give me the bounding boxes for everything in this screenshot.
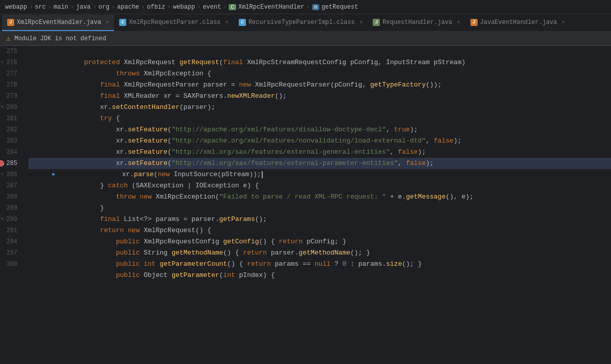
line-num-275: 275	[0, 46, 21, 57]
tab-xmlrpcrequestparser[interactable]: C XmlRpcRequestParser.class ×	[114, 15, 234, 31]
java-icon: J	[373, 19, 380, 26]
breadcrumb-bar: webapp › src › main › java › org › apach…	[0, 0, 611, 14]
tab-requesthandler[interactable]: J RequestHandler.java ×	[368, 15, 465, 31]
breadcrumb-ofbiz[interactable]: ofbiz	[147, 4, 165, 11]
tab-close-button[interactable]: ×	[457, 19, 460, 25]
code-editor[interactable]: protected XmlRpcRequest getRequest(final…	[26, 46, 611, 363]
fold-icon[interactable]: ▾	[0, 172, 4, 178]
class-icon: C	[229, 4, 236, 10]
line-num-280: ▾ 280	[0, 102, 21, 113]
line-num-281: 281	[0, 113, 21, 124]
breadcrumb-apache[interactable]: apache	[117, 4, 139, 11]
tab-javaeventhandler[interactable]: J JavaEventHandler.java ×	[465, 15, 570, 31]
tab-close-button[interactable]: ×	[562, 19, 565, 25]
line-num-276: ▾ 276	[0, 57, 21, 68]
line-num-289: 289	[0, 203, 21, 214]
line-num-290: ▾ 290	[0, 214, 21, 225]
warning-icon: ⚠	[6, 34, 10, 43]
tab-recursivetypeparser[interactable]: C RecursiveTypeParserImpl.class ×	[234, 15, 368, 31]
tab-label: XmlRpcEventHandler.java	[17, 19, 101, 26]
line-num-291: 291	[0, 225, 21, 236]
line-numbers: 275 ▾ 276 277 278 279 ▾ 280 281 282 283 …	[0, 46, 26, 363]
tab-label: RecursiveTypeParserImpl.class	[248, 19, 355, 26]
code-area: 275 ▾ 276 277 278 279 ▾ 280 281 282 283 …	[0, 46, 611, 363]
line-num-277: 277	[0, 68, 21, 79]
fold-icon[interactable]: ▾	[0, 104, 4, 110]
tab-label: XmlRpcRequestParser.class	[129, 19, 220, 26]
line-num-286: ▾ 286	[0, 169, 21, 180]
line-num-285: 285	[0, 158, 21, 169]
breadcrumb-webapp2[interactable]: webapp	[173, 4, 195, 11]
line-num-284: 284	[0, 147, 21, 158]
class-icon: C	[239, 19, 246, 26]
tab-label: RequestHandler.java	[382, 19, 452, 26]
java-icon: J	[470, 19, 478, 26]
code-line-275: protected XmlRpcRequest getRequest(final…	[29, 46, 611, 57]
line-num-300: 300	[0, 259, 21, 270]
line-num-279: 279	[0, 91, 21, 102]
method-icon: m	[312, 4, 320, 10]
code-line-289: final List<?> params = parser.getParams(…	[29, 203, 611, 214]
tab-close-button[interactable]: ×	[225, 19, 229, 25]
line-num-282: 282	[0, 124, 21, 135]
tab-close-button[interactable]: ×	[106, 19, 109, 25]
tab-close-button[interactable]: ×	[359, 19, 363, 25]
breadcrumb-org[interactable]: org	[98, 4, 109, 11]
line-num-297: 297	[0, 247, 21, 259]
breadcrumb-main[interactable]: main	[53, 4, 68, 11]
breadcrumb-event[interactable]: event	[203, 4, 221, 11]
tabs-bar: J XmlRpcEventHandler.java × C XmlRpcRequ…	[0, 14, 611, 32]
tab-label: JavaEventHandler.java	[480, 19, 557, 26]
tab-xmlrpceventhandler[interactable]: J XmlRpcEventHandler.java ×	[2, 15, 114, 31]
line-num-287: 287	[0, 180, 21, 191]
breakpoint-icon[interactable]	[0, 160, 4, 166]
line-num-283: 283	[0, 135, 21, 147]
warning-text: Module JDK is not defined	[14, 35, 106, 42]
fold-icon[interactable]: ▾	[0, 60, 4, 66]
warning-bar: ⚠ Module JDK is not defined	[0, 32, 611, 46]
breadcrumb-webapp[interactable]: webapp	[5, 4, 27, 11]
java-icon: J	[7, 19, 14, 26]
fold-icon[interactable]: ▾	[0, 216, 4, 222]
line-num-288: 288	[0, 191, 21, 203]
line-num-278: 278	[0, 79, 21, 91]
class-icon: C	[119, 19, 126, 26]
breadcrumb-class[interactable]: XmlRpcEventHandler	[238, 4, 304, 11]
breadcrumb-src[interactable]: src	[35, 4, 46, 11]
breadcrumb-method[interactable]: getRequest	[321, 4, 358, 11]
line-num-294: 294	[0, 236, 21, 247]
breadcrumb-java[interactable]: java	[76, 4, 91, 11]
